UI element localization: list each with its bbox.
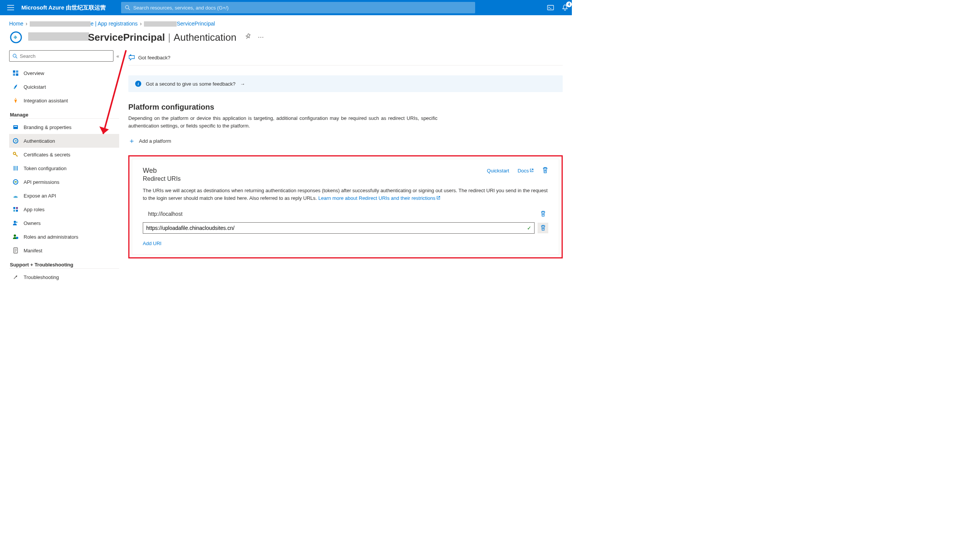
breadcrumb-part2[interactable]: e | App registrations — [30, 21, 137, 27]
plus-icon: ＋ — [128, 136, 135, 145]
page-title: ServicePrincipal | Authentication — [28, 32, 236, 43]
key-icon — [12, 151, 19, 158]
sidebar-item-integration[interactable]: Integration assistant — [9, 94, 119, 107]
delete-uri-button[interactable] — [538, 209, 548, 219]
redirect-uri-input[interactable] — [143, 222, 535, 234]
platform-card-web: Web Redirect URIs Quickstart Docs The UR… — [132, 159, 559, 255]
roles-admins-icon — [12, 233, 19, 240]
svg-point-0 — [125, 5, 129, 9]
add-uri-button[interactable]: Add URI — [143, 241, 161, 246]
pin-icon[interactable] — [245, 33, 251, 41]
sidebar-item-certificates[interactable]: Certificates & secrets — [9, 148, 119, 161]
svg-rect-18 — [17, 166, 18, 171]
global-search-input[interactable] — [133, 5, 471, 11]
sidebar-item-token[interactable]: Token configuration — [9, 161, 119, 175]
search-icon — [125, 5, 130, 10]
svg-rect-9 — [16, 73, 18, 76]
sidebar-search-input[interactable] — [20, 53, 110, 59]
more-icon[interactable]: ⋯ — [258, 33, 264, 41]
svg-rect-6 — [13, 70, 15, 73]
global-search[interactable] — [121, 2, 475, 13]
redirect-uri-row: ✓ — [143, 222, 548, 234]
svg-point-28 — [16, 237, 18, 239]
svg-rect-2 — [547, 5, 554, 10]
learn-more-link[interactable]: Learn more about Redirect URIs and their… — [318, 195, 441, 201]
section-description: Depending on the platform or device this… — [128, 115, 437, 129]
quickstart-link[interactable]: Quickstart — [487, 168, 509, 174]
sidebar-item-owners[interactable]: Owners — [9, 216, 119, 230]
add-platform-button[interactable]: ＋ Add a platform — [128, 136, 563, 145]
sidebar-item-quickstart[interactable]: Quickstart — [9, 80, 119, 94]
arrow-right-icon: → — [240, 81, 245, 87]
sidebar-search[interactable] — [9, 50, 113, 62]
svg-point-11 — [15, 99, 16, 100]
quickstart-icon — [12, 83, 19, 90]
svg-rect-24 — [16, 210, 18, 212]
svg-line-1 — [128, 8, 130, 10]
annotation-highlight: Web Redirect URIs Quickstart Docs The UR… — [128, 155, 563, 258]
api-permissions-icon — [12, 179, 19, 185]
svg-line-5 — [16, 57, 18, 58]
sidebar-header-manage: Manage — [9, 107, 119, 119]
feedback-icon — [128, 54, 135, 61]
svg-point-20 — [13, 196, 18, 198]
sidebar-item-app-roles[interactable]: App roles — [9, 202, 119, 216]
redirect-uri-value: http://localhost — [143, 211, 538, 217]
svg-point-10 — [14, 88, 15, 89]
chevron-right-icon: › — [140, 21, 142, 27]
sidebar-item-expose-api[interactable]: Expose an API — [9, 189, 119, 202]
expose-api-icon — [12, 192, 19, 199]
branding-icon — [12, 124, 19, 131]
owners-icon — [12, 220, 19, 226]
svg-point-4 — [13, 54, 16, 57]
svg-point-32 — [130, 54, 131, 56]
app-registration-icon — [9, 30, 23, 44]
section-title: Platform configurations — [128, 103, 563, 112]
notifications-icon[interactable]: 4 — [561, 4, 569, 11]
rocket-icon — [12, 97, 19, 104]
manifest-icon — [12, 247, 19, 254]
svg-rect-22 — [16, 207, 18, 209]
authentication-icon — [12, 137, 19, 144]
breadcrumb-part3[interactable]: ServicePrincipal — [144, 21, 215, 27]
brand-label: Microsoft Azure 由世纪互联运营 — [21, 4, 106, 11]
svg-rect-17 — [15, 166, 16, 171]
svg-rect-13 — [14, 126, 17, 127]
hamburger-menu[interactable] — [3, 0, 18, 15]
platform-title: Web — [143, 167, 181, 175]
docs-link[interactable]: Docs — [517, 168, 534, 174]
svg-point-27 — [14, 234, 16, 237]
svg-rect-21 — [13, 207, 15, 209]
feedback-button[interactable]: Got feedback? — [128, 54, 171, 61]
delete-uri-button[interactable] — [538, 223, 548, 233]
sidebar-item-branding[interactable]: Branding & properties — [9, 120, 119, 134]
external-link-icon — [530, 168, 534, 174]
sidebar-item-roles-admins[interactable]: Roles and administrators — [9, 230, 119, 244]
wrench-icon — [12, 274, 19, 281]
check-icon: ✓ — [527, 225, 531, 231]
redirect-uri-row: http://localhost — [143, 209, 548, 219]
sidebar-header-support: Support + Troubleshooting — [9, 257, 119, 269]
svg-rect-12 — [13, 125, 18, 129]
svg-rect-8 — [13, 73, 15, 76]
delete-platform-button[interactable] — [542, 167, 548, 175]
breadcrumb-home[interactable]: Home — [9, 21, 23, 27]
external-link-icon — [436, 194, 441, 202]
sidebar-item-manifest[interactable]: Manifest — [9, 244, 119, 257]
collapse-sidebar-icon[interactable]: « — [117, 53, 119, 59]
app-roles-icon — [12, 206, 19, 213]
svg-rect-23 — [13, 210, 15, 212]
breadcrumb: Home › e | App registrations › ServicePr… — [0, 15, 572, 29]
sidebar-item-api-permissions[interactable]: API permissions — [9, 175, 119, 189]
sidebar-item-authentication[interactable]: Authentication — [9, 134, 119, 148]
platform-subtitle: Redirect URIs — [143, 175, 181, 182]
info-icon: i — [135, 81, 141, 87]
notification-badge: 4 — [566, 2, 572, 7]
token-icon — [12, 165, 19, 172]
overview-icon — [12, 70, 19, 77]
svg-point-26 — [16, 222, 18, 223]
feedback-banner[interactable]: i Got a second to give us some feedback?… — [128, 75, 563, 92]
sidebar-item-overview[interactable]: Overview — [9, 66, 119, 80]
sidebar-item-troubleshooting[interactable]: Troubleshooting — [9, 270, 119, 284]
cloud-shell-icon[interactable] — [547, 4, 554, 11]
